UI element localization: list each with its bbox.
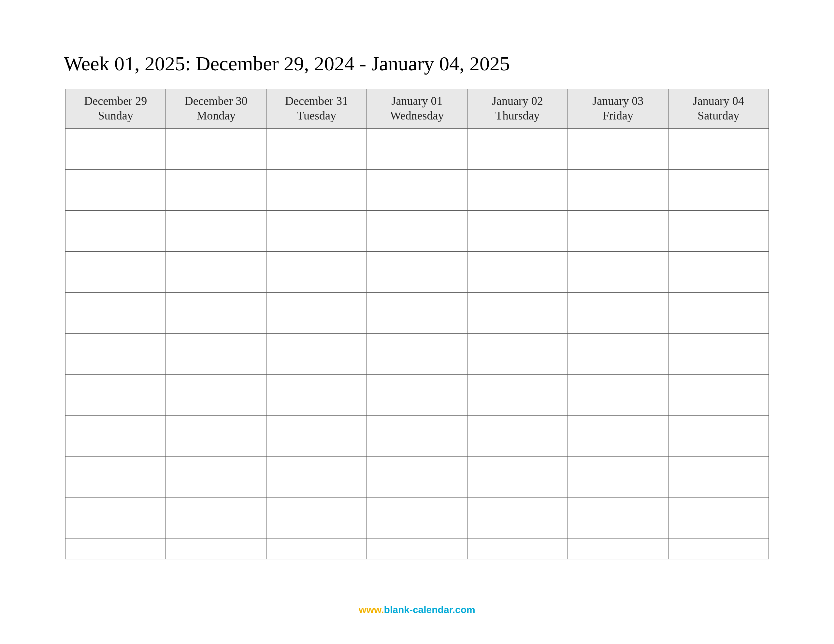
calendar-cell (467, 211, 567, 231)
calendar-cell (166, 313, 266, 334)
calendar-cell (65, 211, 166, 231)
calendar-cell (65, 436, 166, 457)
calendar-cell (467, 169, 567, 190)
calendar-cell (467, 375, 567, 395)
calendar-cell (65, 313, 166, 334)
table-row (65, 436, 769, 457)
calendar-cell (65, 272, 166, 293)
calendar-cell (467, 518, 567, 539)
calendar-cell (568, 169, 668, 190)
calendar-cell (467, 436, 567, 457)
calendar-cell (166, 252, 266, 272)
calendar-cell (266, 334, 367, 354)
calendar-cell (266, 395, 367, 416)
header-dayofweek: Monday (166, 108, 266, 123)
calendar-cell (668, 436, 769, 457)
calendar-cell (367, 395, 467, 416)
table-row (65, 169, 769, 190)
calendar-header-cell: January 01Wednesday (367, 89, 467, 129)
calendar-cell (668, 252, 769, 272)
header-date: December 29 (65, 94, 165, 108)
calendar-header-cell: December 31Tuesday (266, 89, 367, 129)
calendar-cell (65, 539, 166, 559)
calendar-cell (467, 539, 567, 559)
calendar-cell (166, 149, 266, 169)
header-dayofweek: Saturday (669, 108, 769, 123)
table-row (65, 375, 769, 395)
calendar-cell (166, 334, 266, 354)
calendar-cell (467, 334, 567, 354)
calendar-cell (367, 498, 467, 518)
calendar-cell (467, 129, 567, 149)
calendar-header-cell: January 03Friday (568, 89, 668, 129)
calendar-cell (568, 231, 668, 252)
calendar-cell (65, 498, 166, 518)
calendar-cell (367, 231, 467, 252)
calendar-cell (668, 129, 769, 149)
calendar-cell (568, 313, 668, 334)
calendar-cell (266, 477, 367, 498)
calendar-cell (65, 231, 166, 252)
calendar-cell (467, 272, 567, 293)
table-row (65, 252, 769, 272)
calendar-cell (266, 169, 367, 190)
calendar-cell (568, 518, 668, 539)
calendar-cell (568, 539, 668, 559)
calendar-cell (65, 293, 166, 313)
calendar-cell (266, 149, 367, 169)
calendar-cell (568, 190, 668, 211)
header-date: January 04 (669, 94, 769, 108)
table-row (65, 211, 769, 231)
calendar-cell (367, 477, 467, 498)
calendar-cell (65, 149, 166, 169)
calendar-cell (568, 395, 668, 416)
calendar-header-cell: December 30Monday (166, 89, 266, 129)
calendar-cell (568, 498, 668, 518)
calendar-cell (668, 272, 769, 293)
calendar-cell (668, 416, 769, 436)
calendar-cell (166, 539, 266, 559)
table-row (65, 416, 769, 436)
table-row (65, 477, 769, 498)
table-row (65, 190, 769, 211)
calendar-cell (568, 375, 668, 395)
calendar-cell (668, 477, 769, 498)
table-row (65, 272, 769, 293)
calendar-cell (367, 293, 467, 313)
calendar-cell (65, 129, 166, 149)
calendar-cell (668, 539, 769, 559)
header-date: December 31 (267, 94, 367, 108)
calendar-cell (65, 334, 166, 354)
calendar-cell (568, 334, 668, 354)
calendar-cell (668, 149, 769, 169)
calendar-cell (166, 272, 266, 293)
calendar-cell (65, 169, 166, 190)
calendar-cell (668, 169, 769, 190)
calendar-cell (166, 416, 266, 436)
calendar-cell (166, 395, 266, 416)
calendar-cell (467, 498, 567, 518)
calendar-cell (65, 518, 166, 539)
header-date: December 30 (166, 94, 266, 108)
calendar-cell (166, 129, 266, 149)
calendar-cell (668, 211, 769, 231)
calendar-cell (668, 395, 769, 416)
calendar-cell (266, 190, 367, 211)
calendar-cell (568, 416, 668, 436)
weekly-calendar-table: December 29SundayDecember 30MondayDecemb… (65, 89, 769, 559)
header-date: January 03 (568, 94, 668, 108)
calendar-cell (367, 539, 467, 559)
calendar-cell (668, 375, 769, 395)
calendar-cell (668, 313, 769, 334)
footer-url: www.blank-calendar.com (0, 604, 834, 615)
calendar-cell (266, 416, 367, 436)
calendar-cell (166, 169, 266, 190)
calendar-cell (266, 313, 367, 334)
calendar-cell (166, 190, 266, 211)
calendar-cell (467, 149, 567, 169)
calendar-cell (668, 293, 769, 313)
footer-dot: . (381, 604, 384, 615)
calendar-cell (367, 354, 467, 375)
calendar-cell (65, 190, 166, 211)
table-row (65, 395, 769, 416)
